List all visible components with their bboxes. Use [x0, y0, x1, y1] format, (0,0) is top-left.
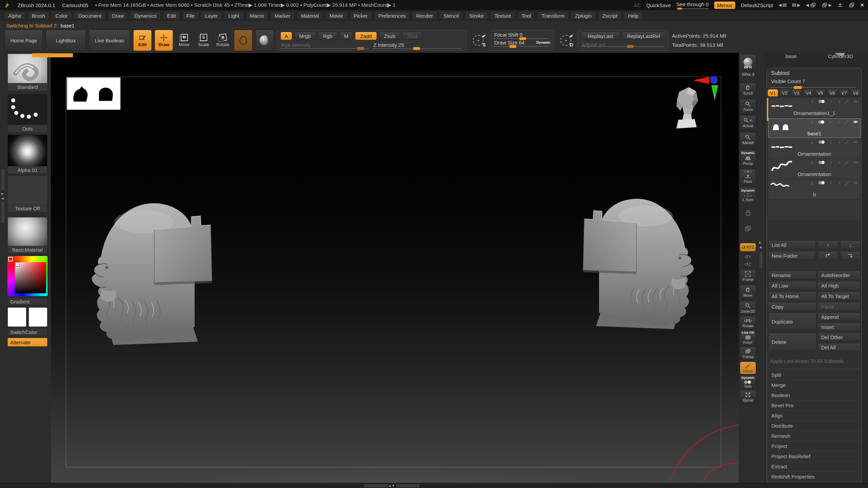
eye-icon[interactable] [853, 180, 859, 186]
menu-file[interactable]: File [182, 12, 199, 20]
tray-scroll-open-icon[interactable]: ▶ [1, 192, 4, 195]
color-picker[interactable] [7, 256, 47, 296]
new-folder-button[interactable]: New Folder [768, 251, 816, 260]
delete-button[interactable]: Delete [768, 333, 816, 351]
action-extract[interactable]: Extract [768, 462, 861, 472]
current-stroke-item[interactable]: Dots [7, 94, 47, 133]
dynamic-brush-button[interactable]: + D [557, 30, 574, 51]
menu-material[interactable]: Material [297, 12, 323, 20]
polypaint-icon[interactable] [818, 160, 825, 165]
canvas-viewport[interactable] [51, 53, 739, 483]
horizontal-scrollbar[interactable]: ▲▼ [364, 484, 420, 487]
menus-button[interactable]: Menus [714, 1, 735, 9]
insert-below-icon[interactable] [810, 160, 815, 165]
dock-left-button[interactable]: ◀ [806, 2, 816, 8]
action-merge[interactable]: Merge [768, 380, 861, 390]
action-distribute[interactable]: Distribute [768, 421, 861, 431]
vtab-v1[interactable]: V1 [768, 89, 778, 97]
menu-texture[interactable]: Texture [490, 12, 515, 20]
z-intensity-thumb[interactable] [413, 47, 420, 50]
action-boolean[interactable]: Boolean [768, 390, 861, 401]
menu-tool[interactable]: Tool [518, 12, 535, 20]
insert-button[interactable]: Insert [818, 323, 861, 331]
polypaint-icon[interactable] [818, 120, 825, 124]
replay-last-button[interactable]: ReplayLast [581, 32, 620, 40]
shelf-aahalf-button[interactable]: AAHalf [740, 132, 756, 147]
apply-last-action-label[interactable]: Apply Last Action To All Subtools [770, 358, 844, 364]
menu-transform[interactable]: Transform [537, 12, 568, 20]
eye-icon[interactable] [853, 160, 859, 165]
del-all-button[interactable]: Del All [818, 343, 861, 351]
subtool-item-2[interactable]: ◑ Ornamentation [768, 139, 861, 158]
left-tray-scrollbar-lower[interactable] [1, 201, 4, 223]
shelf-frame-button[interactable]: Frame [740, 269, 756, 283]
rotate-button[interactable]: R Rotate [215, 30, 231, 51]
move-out-folder-button[interactable] [818, 251, 838, 260]
shrink-divider-left-button[interactable]: ◀ [778, 2, 787, 8]
action-redshift-properties[interactable]: Redshift Properties [768, 472, 861, 482]
mrgb-button[interactable]: Mrgb [294, 32, 316, 40]
brush-icon[interactable] [844, 180, 849, 186]
paint-a-button[interactable]: A [281, 32, 292, 40]
contrast-icon[interactable]: ◑ [838, 140, 841, 144]
visible-count-thumb[interactable] [793, 86, 802, 89]
vtab-v6[interactable]: V6 [827, 89, 837, 97]
sculptris-pro-button[interactable]: + S [470, 30, 487, 51]
subtool-item-3[interactable]: ◑ Ornamentation [768, 159, 861, 179]
menu-color[interactable]: Color [52, 12, 72, 20]
contrast-icon[interactable]: ◑ [838, 160, 841, 165]
axis-x-indicator[interactable] [693, 77, 709, 84]
menu-stroke[interactable]: Stroke [465, 12, 488, 20]
restore-icon[interactable] [849, 2, 855, 8]
menu-movie[interactable]: Movie [325, 12, 347, 20]
shelf-rotate-button[interactable]: ↺↻ Rotate [740, 316, 756, 330]
shelf-persp-button[interactable]: Dynamic Persp [740, 150, 756, 167]
vtab-v5[interactable]: V5 [815, 89, 826, 97]
axis-z-indicator[interactable] [710, 76, 718, 84]
insert-below-icon[interactable] [810, 140, 815, 145]
insert-below-icon[interactable] [810, 99, 815, 104]
rotate-z-button[interactable]: ↺Z [740, 261, 756, 267]
zadd-button[interactable]: Zadd [355, 32, 377, 40]
zsub-button[interactable]: Zsub [379, 32, 400, 40]
menu-picker[interactable]: Picker [350, 12, 372, 20]
shelf-zoom-button[interactable]: Zoom [740, 99, 756, 113]
menu-edit[interactable]: Edit [163, 12, 180, 20]
moon-icon[interactable] [829, 180, 834, 186]
current-material-item[interactable]: BasicMaterial [7, 217, 47, 254]
rgb-intensity-slider[interactable]: Rgb Intensity [281, 42, 371, 50]
moon-icon[interactable] [829, 140, 834, 145]
expand-divider-right-button[interactable]: ▶ [792, 2, 800, 8]
secondary-color-swatch[interactable] [28, 307, 47, 327]
shelf-actual-button[interactable]: x1 Actual [740, 115, 756, 130]
current-texture-item[interactable]: Texture Off [7, 176, 47, 212]
all-to-target-button[interactable]: All To Target [818, 292, 861, 300]
brush-preview-button[interactable] [234, 30, 252, 51]
see-through-slider[interactable]: See-through 0 [676, 1, 709, 9]
moon-icon[interactable] [829, 119, 834, 124]
left-tray-scrollbar[interactable] [1, 169, 4, 190]
see-through-thumb[interactable] [677, 7, 682, 10]
shelf-move-button[interactable]: Move [740, 285, 756, 299]
minimize-icon[interactable] [837, 2, 843, 8]
contrast-icon[interactable]: ◑ [838, 180, 841, 185]
brush-icon[interactable] [844, 119, 849, 124]
paste-button[interactable]: Paste [818, 302, 861, 311]
all-to-home-button[interactable]: All To Home [768, 292, 816, 300]
menu-dynamics[interactable]: Dynamics [130, 12, 161, 20]
action-align[interactable]: Align [768, 411, 861, 421]
edit-button[interactable]: Edit [133, 30, 152, 51]
shelf-lsym-button[interactable]: Dynamic ←¦→ L.Sym [740, 187, 756, 203]
replay-last-rel-button[interactable]: ReplayLastRel [622, 32, 665, 40]
polypaint-icon[interactable] [818, 99, 825, 104]
adjust-last-thumb[interactable] [626, 45, 634, 48]
all-low-button[interactable]: All Low [768, 281, 816, 290]
gradient-toggle[interactable]: Gradient [7, 298, 47, 305]
vtab-v8[interactable]: V8 [851, 89, 861, 97]
saturation-square[interactable] [15, 262, 46, 293]
home-page-button[interactable]: Home Page [5, 30, 43, 51]
z-intensity-slider[interactable]: Z Intensity 25 [373, 42, 463, 50]
del-other-button[interactable]: Del Other [818, 333, 861, 341]
current-alpha-item[interactable]: Alpha 01 [7, 135, 47, 174]
move-into-folder-button[interactable] [840, 251, 861, 260]
